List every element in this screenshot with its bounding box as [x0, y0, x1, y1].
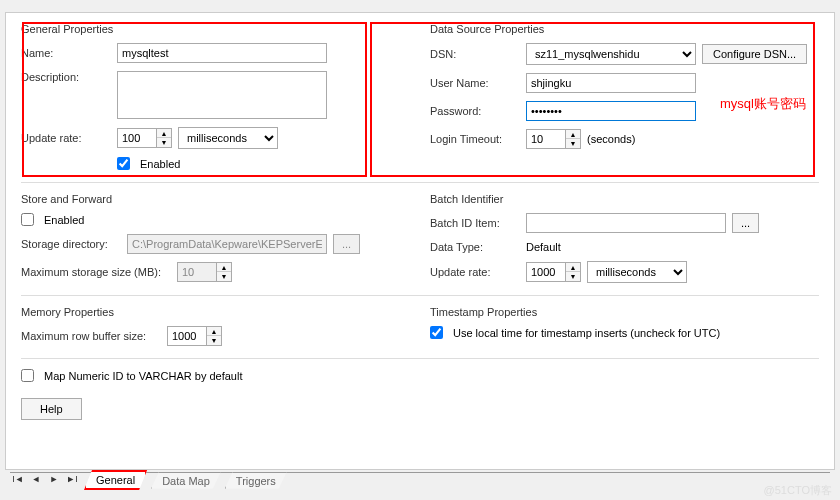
batch-rate-spinner[interactable]: ▲▼	[566, 262, 581, 282]
batch-item-input[interactable]	[526, 213, 726, 233]
batch-type-label: Data Type:	[430, 241, 520, 253]
sf-enabled-label: Enabled	[44, 214, 84, 226]
nav-next-icon[interactable]: ►	[46, 472, 62, 488]
password-label: Password:	[430, 105, 520, 117]
main-panel: General Properties Name: Description: Up…	[5, 12, 835, 470]
batch-identifier-title: Batch Identifier	[430, 193, 819, 205]
tab-data-map[interactable]: Data Map	[151, 472, 221, 489]
enabled-label: Enabled	[140, 158, 180, 170]
map-numeric-checkbox[interactable]	[21, 369, 34, 382]
storage-dir-browse-button: ...	[333, 234, 360, 254]
description-label: Description:	[21, 71, 111, 83]
dsn-label: DSN:	[430, 48, 520, 60]
memory-properties-title: Memory Properties	[21, 306, 410, 318]
login-timeout-spinner[interactable]: ▲▼	[566, 129, 581, 149]
buffer-input[interactable]	[167, 326, 207, 346]
login-timeout-unit: (seconds)	[587, 133, 635, 145]
tab-triggers[interactable]: Triggers	[225, 472, 287, 489]
map-numeric-label: Map Numeric ID to VARCHAR by default	[44, 370, 242, 382]
local-time-checkbox[interactable]	[430, 326, 443, 339]
nav-last-icon[interactable]: ►I	[64, 472, 80, 488]
store-forward-title: Store and Forward	[21, 193, 410, 205]
update-rate-unit-select[interactable]: milliseconds	[178, 127, 278, 149]
tab-strip: I◄ ◄ ► ►I General Data Map Triggers	[10, 470, 287, 490]
batch-item-label: Batch ID Item:	[430, 217, 520, 229]
nav-first-icon[interactable]: I◄	[10, 472, 26, 488]
username-label: User Name:	[430, 77, 520, 89]
configure-dsn-button[interactable]: Configure DSN...	[702, 44, 807, 64]
batch-rate-input[interactable]	[526, 262, 566, 282]
max-storage-label: Maximum storage size (MB):	[21, 266, 171, 278]
batch-rate-label: Update rate:	[430, 266, 520, 278]
batch-rate-unit-select[interactable]: milliseconds	[587, 261, 687, 283]
batch-item-browse-button[interactable]: ...	[732, 213, 759, 233]
max-storage-input	[177, 262, 217, 282]
name-input[interactable]	[117, 43, 327, 63]
annotation-text: mysql账号密码	[720, 95, 806, 113]
username-input[interactable]	[526, 73, 696, 93]
sf-enabled-checkbox[interactable]	[21, 213, 34, 226]
timestamp-properties-title: Timestamp Properties	[430, 306, 819, 318]
password-input[interactable]	[526, 101, 696, 121]
storage-dir-input	[127, 234, 327, 254]
update-rate-label: Update rate:	[21, 132, 111, 144]
enabled-checkbox[interactable]	[117, 157, 130, 170]
general-properties-title: General Properties	[21, 23, 410, 35]
buffer-label: Maximum row buffer size:	[21, 330, 161, 342]
login-timeout-input[interactable]	[526, 129, 566, 149]
datasource-properties-title: Data Source Properties	[430, 23, 819, 35]
description-textarea[interactable]	[117, 71, 327, 119]
help-button[interactable]: Help	[21, 398, 82, 420]
local-time-label: Use local time for timestamp inserts (un…	[453, 327, 720, 339]
buffer-spinner[interactable]: ▲▼	[207, 326, 222, 346]
update-rate-input[interactable]	[117, 128, 157, 148]
name-label: Name:	[21, 47, 111, 59]
dsn-select[interactable]: sz11_mysqlwenshidu	[526, 43, 696, 65]
storage-dir-label: Storage directory:	[21, 238, 121, 250]
nav-prev-icon[interactable]: ◄	[28, 472, 44, 488]
update-rate-spinner[interactable]: ▲▼	[157, 128, 172, 148]
max-storage-spinner: ▲▼	[217, 262, 232, 282]
batch-type-value: Default	[526, 241, 561, 253]
tab-general[interactable]: General	[84, 470, 147, 490]
login-timeout-label: Login Timeout:	[430, 133, 520, 145]
watermark-text: @51CTO博客	[764, 483, 832, 498]
